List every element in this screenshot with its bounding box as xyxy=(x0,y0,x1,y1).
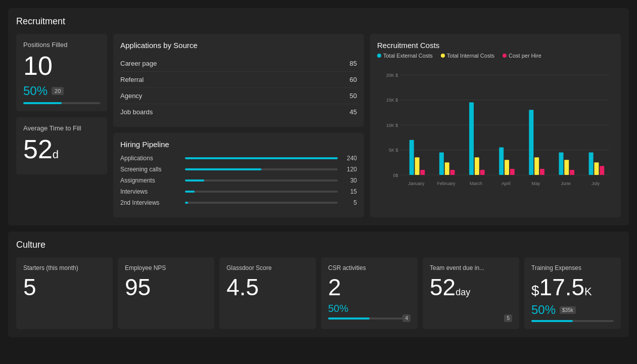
pipeline-label: Applications xyxy=(120,155,181,162)
recruitment-title: Recruitment xyxy=(16,16,621,27)
culture-card-value: 4.5 xyxy=(226,276,309,299)
svg-text:0$: 0$ xyxy=(393,173,398,178)
svg-rect-30 xyxy=(559,152,563,175)
svg-text:February: February xyxy=(437,181,456,186)
svg-text:January: January xyxy=(408,181,425,186)
pipeline-bar-bg xyxy=(185,191,338,193)
svg-rect-24 xyxy=(510,169,515,175)
svg-rect-15 xyxy=(445,162,449,175)
pipeline-bar-fill xyxy=(185,168,261,170)
svg-rect-26 xyxy=(529,110,533,175)
dashboard: Recruitment Positions Filled 10 50% 20 xyxy=(8,8,629,337)
apps-by-source-card: Applications by Source Career page85Refe… xyxy=(113,34,364,127)
culture-card-value: 95 xyxy=(125,276,207,299)
svg-rect-36 xyxy=(600,166,604,175)
pipeline-bar-fill xyxy=(185,179,204,181)
svg-text:March: March xyxy=(470,181,482,186)
avg-time-card: Average Time to Fill 52d xyxy=(16,117,107,174)
svg-text:15K $: 15K $ xyxy=(386,98,398,103)
legend-dot xyxy=(377,54,381,58)
culture-section: Culture Starters (this month)5Employee N… xyxy=(8,232,629,337)
svg-text:5K $: 5K $ xyxy=(389,148,398,153)
culture-card-value: 2 xyxy=(328,276,411,299)
apps-source-title: Applications by Source xyxy=(120,41,357,50)
pipeline-label: Screening calls xyxy=(120,166,181,173)
pipeline-bar-fill xyxy=(185,202,188,204)
source-row: Referral60 xyxy=(120,72,357,88)
pipeline-bar-bg xyxy=(185,179,338,181)
pipeline-title: Hiring Pipeline xyxy=(120,140,357,149)
svg-text:10K $: 10K $ xyxy=(386,123,398,128)
culture-card-value: 52day xyxy=(430,276,512,299)
avg-time-value: 52d xyxy=(23,136,100,162)
pipeline-count: 30 xyxy=(342,177,357,184)
svg-rect-10 xyxy=(410,140,414,175)
culture-card-label: Starters (this month) xyxy=(23,264,106,271)
culture-card-label: Glassdoor Score xyxy=(226,264,309,271)
pipeline-bar-bg xyxy=(185,168,338,170)
pipeline-count: 15 xyxy=(342,188,357,195)
source-row: Agency50 xyxy=(120,88,357,104)
avg-time-label: Average Time to Fill xyxy=(23,124,100,132)
svg-rect-20 xyxy=(480,170,485,175)
source-name: Job boards xyxy=(120,108,153,116)
pipeline-row: 2nd Interviews 5 xyxy=(120,199,357,206)
svg-rect-11 xyxy=(415,157,420,175)
costs-card: Recruitment Costs Total External CostsTo… xyxy=(370,34,621,217)
source-row: Career page85 xyxy=(120,56,357,72)
pipeline-row: Screening calls 120 xyxy=(120,166,357,173)
left-column: Positions Filled 10 50% 20 Average Time … xyxy=(16,34,107,217)
culture-progress-bg xyxy=(328,317,411,320)
positions-filled-progress-bg xyxy=(23,102,100,104)
culture-card-label: Team event due in... xyxy=(430,264,512,271)
pipeline-count: 240 xyxy=(342,155,357,162)
pipeline-bar-bg xyxy=(185,157,338,159)
svg-rect-22 xyxy=(499,148,504,175)
svg-text:April: April xyxy=(502,181,511,186)
pipeline-label: Assignments xyxy=(120,177,181,184)
positions-filled-card: Positions Filled 10 50% 20 xyxy=(16,34,107,111)
pipeline-row: Assignments 30 xyxy=(120,177,357,184)
pipeline-label: Interviews xyxy=(120,188,181,195)
svg-rect-14 xyxy=(439,152,444,175)
svg-rect-35 xyxy=(594,162,599,175)
culture-card: Employee NPS95 xyxy=(118,257,214,329)
culture-card: CSR activities250%4 xyxy=(321,257,418,329)
culture-card: Training Expenses$17.5K50%$35k xyxy=(524,257,621,329)
svg-text:May: May xyxy=(531,181,540,186)
source-count: 45 xyxy=(350,108,357,116)
pipeline-row: Applications 240 xyxy=(120,155,357,162)
svg-rect-32 xyxy=(570,170,574,175)
costs-legend: Total External CostsTotal Internal Costs… xyxy=(377,53,614,59)
legend-item: Total Internal Costs xyxy=(441,53,494,59)
positions-filled-badge: 20 xyxy=(52,87,64,95)
svg-text:June: June xyxy=(561,181,571,186)
expense-progress-bg xyxy=(531,320,614,322)
culture-pct: 50% xyxy=(328,303,411,314)
culture-card: Glassdoor Score4.5 xyxy=(219,257,316,329)
culture-card: Team event due in...52day5 xyxy=(423,257,519,329)
expense-badge: $35k xyxy=(560,306,576,314)
legend-dot xyxy=(503,54,507,58)
expense-progress-fill xyxy=(531,320,573,322)
source-name: Referral xyxy=(120,76,144,83)
legend-item: Cost per Hire xyxy=(503,53,541,59)
pipeline-bar-fill xyxy=(185,191,195,193)
pipeline-bar-fill xyxy=(185,157,338,159)
pipeline-bar-bg xyxy=(185,202,338,204)
svg-text:July: July xyxy=(592,181,600,186)
positions-filled-value: 10 xyxy=(23,53,100,79)
culture-card-badge: 4 xyxy=(402,314,411,322)
culture-card-label: Employee NPS xyxy=(125,264,207,271)
culture-card-badge: 5 xyxy=(504,314,512,322)
hiring-pipeline-card: Hiring Pipeline Applications 240 Screeni… xyxy=(113,133,364,217)
culture-card-label: CSR activities xyxy=(328,264,411,271)
culture-grid: Starters (this month)5Employee NPS95Glas… xyxy=(16,257,621,329)
svg-rect-12 xyxy=(420,170,425,175)
culture-card-value: $17.5K xyxy=(531,276,614,299)
svg-rect-28 xyxy=(540,169,544,175)
source-name: Career page xyxy=(120,60,157,67)
svg-rect-23 xyxy=(505,160,509,175)
legend-dot xyxy=(441,54,445,58)
source-rows: Career page85Referral60Agency50Job board… xyxy=(120,56,357,120)
